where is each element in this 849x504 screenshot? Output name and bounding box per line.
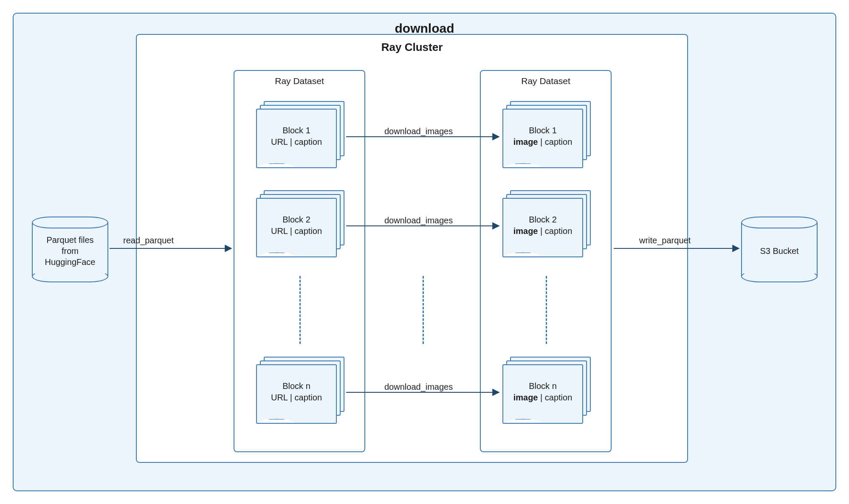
- block-schema: image | caption: [513, 136, 573, 148]
- block-schema: image | caption: [513, 392, 573, 403]
- block-schema: URL | caption: [271, 225, 322, 237]
- block-schema: URL | caption: [271, 392, 322, 403]
- ellipsis-dashes-icon: [423, 276, 425, 344]
- document-stack-icon: Block 1 image | caption: [502, 109, 583, 164]
- s3-bucket-cylinder: S3 Bucket: [741, 217, 818, 282]
- cylinder-icon: [741, 217, 818, 228]
- ellipsis-dashes-icon: [546, 276, 548, 344]
- edge-label-map-n: download_images: [384, 382, 453, 392]
- cylinder-icon: [741, 270, 818, 282]
- block-schema: image | caption: [513, 225, 573, 237]
- cylinder-icon: [32, 270, 108, 282]
- edge-label-write: write_parquet: [639, 236, 691, 245]
- block-id: Block 2: [282, 214, 310, 225]
- block-id: Block 1: [529, 125, 557, 136]
- cylinder-icon: [32, 217, 108, 228]
- left-block-1: Block 1 URL | caption: [256, 101, 341, 165]
- edge-label-map-1: download_images: [384, 127, 453, 136]
- block-id: Block n: [282, 380, 310, 392]
- document-stack-icon: Block n image | caption: [502, 364, 583, 420]
- ellipsis-dashes-icon: [299, 276, 302, 344]
- ray-dataset-left-title: Ray Dataset: [234, 76, 364, 86]
- document-stack-icon: Block 2 URL | caption: [256, 198, 337, 253]
- right-block-n: Block n image | caption: [502, 357, 587, 420]
- block-schema: URL | caption: [271, 136, 322, 148]
- block-id: Block 2: [529, 214, 557, 225]
- left-block-2: Block 2 URL | caption: [256, 190, 341, 254]
- left-block-n: Block n URL | caption: [256, 357, 341, 420]
- document-stack-icon: Block n URL | caption: [256, 364, 337, 420]
- download-stage-title: download: [14, 21, 835, 36]
- document-stack-icon: Block 1 URL | caption: [256, 109, 337, 164]
- right-block-2: Block 2 image | caption: [502, 190, 587, 254]
- ray-dataset-right-title: Ray Dataset: [481, 76, 611, 86]
- parquet-source-cylinder: Parquet files from HuggingFace: [32, 217, 108, 282]
- parquet-source-label: Parquet files from HuggingFace: [45, 234, 96, 267]
- block-id: Block 1: [282, 125, 310, 136]
- edge-label-map-2: download_images: [384, 216, 453, 225]
- s3-bucket-label: S3 Bucket: [760, 245, 798, 256]
- edge-label-read: read_parquet: [123, 236, 174, 245]
- right-block-1: Block 1 image | caption: [502, 101, 587, 165]
- ray-cluster-title: Ray Cluster: [137, 41, 687, 54]
- block-id: Block n: [529, 380, 557, 392]
- document-stack-icon: Block 2 image | caption: [502, 198, 583, 253]
